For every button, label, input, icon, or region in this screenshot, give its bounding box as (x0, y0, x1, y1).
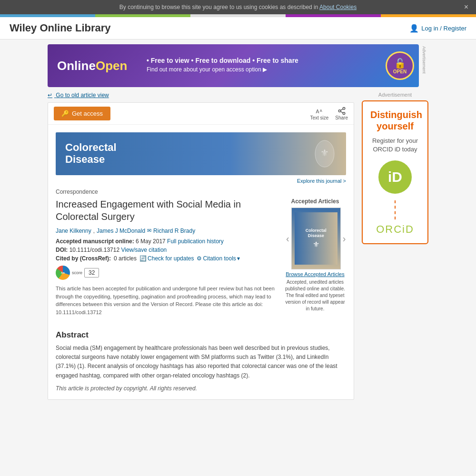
svg-point-3 (338, 110, 341, 112)
thumb-title-line2: Disease (306, 233, 327, 238)
cookie-text: By continuing to browse this site you ag… (119, 4, 318, 10)
accepted-articles-panel: Accepted Articles ‹ Colorectal Disease (284, 198, 346, 323)
author-jane[interactable]: Jane Kilkenny (56, 228, 91, 234)
journal-thumb-nav: ‹ Colorectal Disease ⚜ (284, 208, 346, 269)
ad-banner[interactable]: OnlineOpen • Free to view • Free to down… (48, 44, 419, 87)
cited-label: Cited by (CrossRef): (56, 255, 111, 262)
svg-text:A: A (320, 109, 322, 113)
share-icon (337, 107, 346, 115)
refresh-icon: 🔄 (139, 255, 147, 262)
svg-point-2 (343, 108, 345, 110)
check-updates-link[interactable]: 🔄 Check for updates (139, 255, 194, 262)
next-arrow[interactable]: › (341, 233, 348, 244)
accepted-row: Accepted manuscript online: 6 May 2017 F… (56, 238, 279, 245)
accepted-date: 6 May 2017 (136, 238, 167, 245)
header: Wiley Online Library 👤 Log in / Register (0, 17, 476, 40)
svg-line-6 (340, 109, 343, 110)
key-icon: 🔑 (61, 110, 69, 117)
correspondence-label: Correspondence (56, 188, 346, 195)
orcid-connector-area (370, 200, 420, 219)
content-area: ↵ Go to old article view 🔑 Get access A (48, 92, 428, 400)
prev-arrow[interactable]: ‹ (284, 233, 291, 244)
orcid-connector (395, 200, 396, 219)
old-article-arrow: ↵ (48, 92, 52, 99)
article-body: Colorectal Disease ⚜ Explore this journa… (48, 125, 354, 330)
browse-label: Browse Accepted Articles (286, 271, 345, 277)
explore-journal-link[interactable]: Explore this journal > (56, 178, 346, 184)
open-access-circle: 🔓 OPEN (386, 51, 414, 80)
accepted-label: Accepted manuscript online: (56, 238, 134, 245)
doi-value: 10.1111/codi.13712 (69, 247, 121, 253)
login-register-link[interactable]: 👤 Log in / Register (409, 24, 466, 33)
chevron-icon: ▾ (237, 255, 240, 262)
cookie-banner: By continuing to browse this site you ag… (0, 0, 476, 14)
old-article-text: Go to old article view (56, 92, 109, 99)
article-card: 🔑 Get access A A Text size (48, 102, 354, 400)
journal-crest-icon: ⚜ (313, 139, 337, 168)
orcid-logo-letters: ORC (376, 223, 402, 235)
citation-tools-link[interactable]: ⚙ Citation tools ▾ (197, 255, 239, 262)
share-button[interactable]: Share (335, 107, 348, 120)
about-cookies-link[interactable]: About Cookies (319, 4, 357, 10)
orcid-id-accent: iD (402, 223, 414, 235)
abstract-text: Social media (SM) engagement by healthca… (56, 344, 346, 380)
svg-point-4 (343, 112, 345, 115)
orcid-distinguish-text: Distinguish yourself (370, 109, 420, 132)
ad-online-open-label: OnlineOpen (57, 59, 133, 73)
site-logo[interactable]: Wiley Online Library (10, 22, 111, 34)
orcid-logo: ORCiD (370, 223, 420, 236)
journal-title-line2: Disease (65, 153, 117, 166)
abstract-title: Abstract (56, 330, 346, 340)
accepted-desc: Accepted, unedited articles published on… (284, 279, 346, 312)
lock-icon: 🔓 (394, 58, 406, 69)
get-access-button[interactable]: 🔑 Get access (54, 107, 110, 120)
full-history-link[interactable]: Full publication history (167, 238, 224, 245)
ad-banner-wrapper: OnlineOpen • Free to view • Free to down… (48, 44, 428, 87)
text-size-label: Text size (310, 115, 328, 120)
svg-text:A: A (316, 109, 319, 114)
article-main-info: Increased Engagement with Social Media i… (56, 198, 279, 323)
open-label: OPEN (393, 69, 407, 74)
article-layout: Increased Engagement with Social Media i… (56, 198, 346, 323)
gear-icon: ⚙ (197, 255, 202, 262)
user-icon: 👤 (409, 24, 419, 33)
ad-middle: • Free to view • Free to download • Free… (143, 53, 381, 79)
svg-text:⚜: ⚜ (320, 148, 329, 158)
altmetric-donut: Am (56, 266, 70, 280)
authors-list: Jane Kilkenny , James J McDonald ✉ Richa… (56, 228, 279, 234)
thumb-crest: ⚜ (306, 240, 327, 249)
cited-row: Cited by (CrossRef): 0 articles 🔄 Check … (56, 255, 279, 262)
orcid-ad: Distinguish yourself Register for your O… (362, 100, 428, 244)
ad-tagline: • Free to view • Free to download • Free… (147, 57, 377, 64)
author-james[interactable]: James J McDonald (97, 228, 145, 234)
share-label: Share (335, 115, 348, 120)
altmetric-score-value: 32 (84, 268, 99, 278)
citation-tools-text: Citation tools (203, 255, 236, 262)
protected-note: This article is protected by copyright. … (56, 385, 346, 392)
cookie-close-button[interactable]: × (464, 3, 468, 11)
browse-accepted-link[interactable]: Browse Accepted Articles (284, 271, 346, 277)
orcid-id-circle: iD (378, 160, 412, 194)
toolbar-actions: A A Text size Share (310, 107, 348, 120)
login-text: Log in / Register (421, 25, 466, 32)
orcid-id-symbol: iD (388, 169, 402, 185)
orcid-register-text: Register for your ORCID iD today (370, 137, 420, 154)
ad-brand: OnlineOpen (48, 54, 143, 78)
accepted-articles-label: Accepted Articles (284, 198, 346, 205)
author-richard[interactable]: Richard R Brady (153, 228, 195, 234)
toolbar: 🔑 Get access A A Text size (48, 103, 354, 125)
doi-label: DOI: (56, 247, 68, 253)
cited-count: 0 articles (114, 255, 137, 262)
old-article-link[interactable]: ↵ Go to old article view (48, 92, 354, 99)
ad-cta: Find out more about your open access opt… (147, 66, 377, 73)
view-save-citation-link[interactable]: View/save citation (121, 247, 167, 253)
journal-title-block: Colorectal Disease (65, 142, 117, 166)
check-updates-text: Check for updates (148, 255, 194, 262)
thumb-content: Colorectal Disease ⚜ (292, 209, 340, 268)
main-column: ↵ Go to old article view 🔑 Get access A (48, 92, 354, 400)
disclaimer-text: This article has been accepted for publi… (56, 285, 279, 316)
text-size-button[interactable]: A A Text size (310, 107, 328, 120)
side-column: Advertisement Distinguish yourself Regis… (362, 92, 428, 400)
get-access-label: Get access (72, 110, 103, 117)
thumb-title-line1: Colorectal (306, 228, 327, 233)
